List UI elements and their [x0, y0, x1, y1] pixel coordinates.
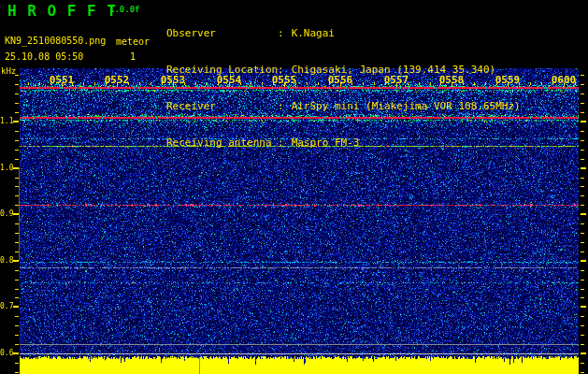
info-value: AirSpy mini (Miakejima VOR 108.65MHz)	[292, 100, 521, 112]
hrofft-window: H R O F F T 1.0.0f KN9_2510080550.png 25…	[0, 0, 588, 374]
info-value: Maspro FM-3	[292, 137, 360, 149]
freq-tick-label: 1.0	[0, 164, 12, 172]
output-filename: KN9_2510080550.png	[5, 36, 106, 46]
meteor-count-label: meteor	[114, 36, 151, 47]
time-tick-label: 0559	[493, 74, 523, 86]
observation-datetime: 25.10.08 05:50	[5, 51, 83, 62]
time-tick-label: 0600	[549, 74, 579, 86]
info-separator: :	[278, 137, 284, 149]
time-tick-label: 0558	[437, 74, 466, 86]
freq-tick-label: 1.1	[0, 117, 12, 125]
info-label: Receiving antenna	[166, 137, 278, 149]
time-tick-label: 0554	[214, 74, 244, 86]
info-row-observer: Observer:K.Nagai	[166, 27, 521, 39]
info-label: Receiver	[166, 100, 278, 112]
info-row-receiver: Receiver:AirSpy mini (Miakejima VOR 108.…	[166, 100, 521, 112]
time-tick-label: 0557	[381, 74, 411, 86]
time-tick-label: 0551	[47, 74, 77, 86]
time-tick-label: 0552	[102, 74, 132, 86]
time-tick-label: 0556	[325, 74, 355, 86]
station-info: Observer:K.Nagai Receiving Location:Chig…	[166, 3, 521, 173]
app-title: H R O F F T	[7, 2, 117, 20]
info-separator: :	[278, 27, 284, 39]
freq-tick-label: 0.7	[0, 302, 12, 310]
info-row-antenna: Receiving antenna:Maspro FM-3	[166, 137, 521, 149]
freq-tick-label: 0.8	[0, 256, 12, 265]
info-separator: :	[278, 100, 284, 112]
freq-tick-label: 0.6	[0, 349, 12, 357]
time-tick-label: 0555	[269, 74, 299, 86]
time-tick-label: 0553	[158, 74, 188, 86]
freq-axis-unit-label: kHz	[1, 66, 16, 76]
freq-tick-label: 0.9	[0, 209, 12, 218]
info-value: K.Nagai	[292, 27, 335, 39]
app-version: 1.0.0f	[109, 5, 140, 14]
meteor-count-value: 1	[114, 51, 151, 62]
info-label: Observer	[166, 27, 278, 39]
